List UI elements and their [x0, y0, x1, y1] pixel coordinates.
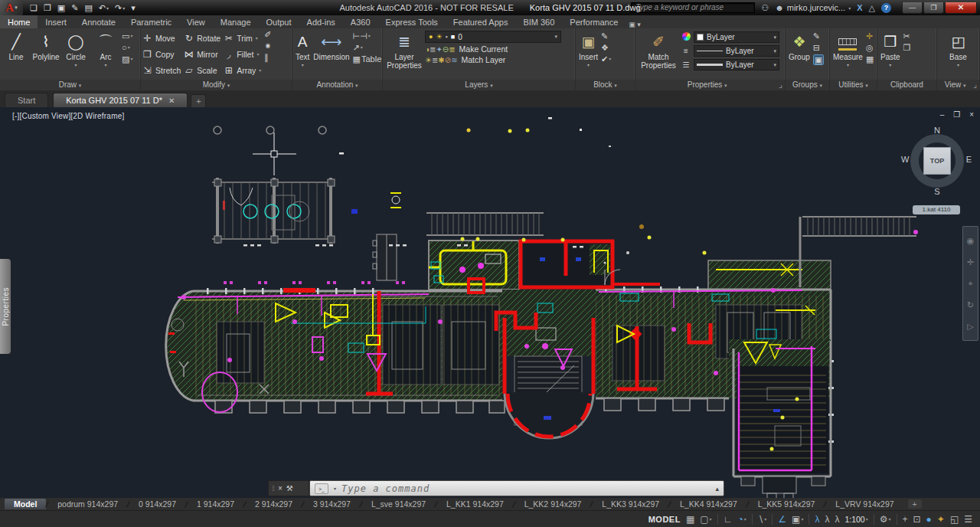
insert-button[interactable]: ▣ Insert▾ [577, 30, 599, 70]
scale-button[interactable]: ▱Scale [184, 62, 220, 78]
open-file-icon[interactable]: ❐ [41, 3, 54, 13]
plot-icon[interactable]: ▤ [82, 3, 94, 13]
layout-tab-l-kk1-914x297[interactable]: L_KK1 914x297 [437, 499, 513, 509]
create-block-icon[interactable]: ❖ [601, 43, 611, 52]
leader-icon[interactable]: ↗▾ [353, 43, 382, 52]
group-edit-icon[interactable]: ⊟ [813, 43, 824, 52]
panel-launcher-icon[interactable]: ⌟ [779, 80, 782, 90]
polyline-button[interactable]: ⌇Polyline [31, 30, 60, 62]
cut-icon[interactable]: ✂ [903, 31, 911, 41]
panel-label-clipboard[interactable]: Clipboard [877, 80, 936, 90]
hardware-accel-icon[interactable]: ● [926, 514, 932, 525]
layer-make-current-icon[interactable]: ≣ [449, 45, 455, 54]
viewcube-north[interactable]: N [903, 126, 971, 135]
showmotion-icon[interactable]: ▷ [967, 322, 973, 332]
search-binoculars-icon[interactable]: ⚇ [761, 3, 769, 13]
ribbon-tab-express-tools[interactable]: Express Tools [378, 15, 446, 28]
recent-commands-icon[interactable]: ▴ [715, 485, 719, 493]
panel-label-annotation[interactable]: Annotation ▾ [292, 80, 382, 90]
panel-label-block[interactable]: Block ▾ [576, 80, 635, 90]
explode-icon[interactable]: ✷ [264, 41, 271, 51]
object-color-combo[interactable]: ByLayer▾ [694, 31, 779, 43]
osnap-icon[interactable]: ▣▾ [792, 514, 803, 525]
properties-palette-tab[interactable]: Properties [0, 259, 11, 354]
ribbon-tab-add-ins[interactable]: Add-ins [299, 15, 343, 28]
command-prompt-icon[interactable]: >_ [315, 483, 328, 494]
panel-label-utilities[interactable]: Utilities ▾ [830, 80, 877, 90]
layer-combo[interactable]: ●☀▪■0 ▾ [425, 31, 561, 43]
ribbon-tab-annotate[interactable]: Annotate [74, 15, 123, 28]
model-space-toggle[interactable]: MODEL [648, 515, 681, 524]
close-button[interactable]: ✕ [945, 2, 977, 14]
layer-lock-tool-icon[interactable]: ⊖ [443, 45, 449, 54]
layout-tab-2-914x297[interactable]: 2 914x297 [246, 499, 302, 509]
rotate-button[interactable]: ↻Rotate [184, 30, 220, 46]
drawing-viewport[interactable]: [-][Custom View][2D Wireframe] –❐× N S W… [0, 107, 980, 498]
minimize-button[interactable]: — [902, 2, 923, 14]
circle-button[interactable]: ◯Circle▾ [61, 30, 90, 70]
file-tab-document[interactable]: Korta GHV 2015 07 11 D* ✕ [53, 93, 188, 107]
new-file-icon[interactable]: ❏ [28, 3, 40, 13]
application-menu-button[interactable]: A ▾ [0, 0, 23, 15]
layout-tab-l-kk5-914x297[interactable]: L_KK5 914x297 [749, 499, 825, 509]
redo-icon[interactable]: ↷▾ [113, 3, 127, 13]
ribbon-tab-a360[interactable]: A360 [343, 15, 378, 28]
group-select-icon[interactable]: ▣ [813, 54, 824, 65]
ellipse-icon[interactable]: ○▾ [122, 43, 132, 52]
isodraft-icon[interactable]: ∖▾ [758, 514, 767, 525]
hatch-icon[interactable]: ▨▾ [122, 54, 132, 64]
panel-label-draw[interactable]: Draw ▾ [0, 80, 140, 90]
layout-tab-l-kk3-914x297[interactable]: L_KK3 914x297 [593, 499, 668, 509]
customize-plus-icon[interactable]: + [903, 514, 908, 525]
linetype-combo[interactable]: ByLayer▾ [694, 45, 779, 57]
panel-label-properties[interactable]: Properties ▾ ⌟ [635, 80, 785, 90]
stretch-button[interactable]: ⇲Stretch [142, 62, 181, 78]
move-button[interactable]: ✛Move [142, 30, 181, 46]
panel-label-modify[interactable]: Modify ▾ [141, 80, 292, 90]
layout-tab-model[interactable]: Model [5, 499, 46, 509]
lineweight-combo[interactable]: ByLayer▾ [694, 59, 779, 70]
point-style-icon[interactable]: ◎ [866, 43, 874, 52]
ribbon-tab-performance[interactable]: Performance [562, 15, 626, 28]
layout-tab-l-kk4-914x297[interactable]: L_KK4 914x297 [671, 499, 746, 509]
chevron-down-icon[interactable]: ▾ [334, 486, 336, 491]
viewport-controls-label[interactable]: [-][Custom View][2D Wireframe] [12, 112, 124, 120]
text-button[interactable]: A Text▾ [294, 30, 311, 70]
close-tab-icon[interactable]: ✕ [168, 93, 175, 108]
viewcube-east[interactable]: E [966, 155, 972, 164]
polar-tracking-icon[interactable]: ◔▾ [737, 514, 746, 525]
viewcube-west[interactable]: W [901, 155, 909, 164]
table-icon[interactable]: ▦Table [353, 54, 382, 64]
paste-button[interactable]: ❒ Paste▾ [879, 30, 902, 70]
clean-screen-icon[interactable]: ◱ [950, 514, 959, 525]
panel-label-layers[interactable]: Layers ▾ [383, 80, 575, 90]
ribbon-tab-home[interactable]: Home [0, 15, 38, 28]
new-layout-button[interactable]: + [908, 499, 922, 509]
layout-tab-l-kk2-914x297[interactable]: L_KK2 914x297 [515, 499, 591, 509]
snap-icon[interactable]: ▢▾ [700, 514, 711, 525]
help-button[interactable]: ? [881, 3, 891, 13]
close-command-icon[interactable]: × [278, 484, 283, 493]
file-tab-start[interactable]: Start [5, 93, 48, 107]
panel-launcher-icon[interactable]: ⌟ [973, 80, 977, 90]
ucs-view-badge[interactable]: 1.kat 4110 [913, 205, 960, 214]
viewport-close-icon[interactable]: × [969, 110, 974, 119]
save-as-icon[interactable]: ✎ [69, 3, 80, 13]
orbit-icon[interactable]: ↻ [967, 300, 974, 310]
block-attributes-icon[interactable]: ✔▾ [601, 54, 611, 64]
workspace-gear-icon[interactable]: ⚙▾ [880, 514, 891, 525]
layer-freeze-icon[interactable]: ✦ [436, 45, 442, 54]
quick-calc-icon[interactable]: ▦ [866, 54, 874, 64]
arc-button[interactable]: ⌒Arc▾ [91, 30, 120, 70]
group-button[interactable]: ❖ Group [787, 30, 812, 62]
erase-icon[interactable]: ✐ [264, 30, 271, 39]
mirror-button[interactable]: ⋈Mirror [184, 46, 220, 62]
ribbon-tab-view[interactable]: View [179, 15, 213, 28]
qat-customize-icon[interactable]: ▾ [129, 3, 138, 13]
isolate-objects-icon[interactable]: ✦ [937, 514, 945, 525]
signin-user-button[interactable]: ☻ mirko.jurcevic... ▾ [775, 3, 851, 12]
viewcube-south[interactable]: S [903, 187, 971, 196]
annotation-autoscale-icon[interactable]: λ [825, 514, 829, 525]
line-button[interactable]: ╱Line [2, 30, 31, 62]
layer-thaw-icon[interactable]: ✱ [438, 56, 444, 64]
